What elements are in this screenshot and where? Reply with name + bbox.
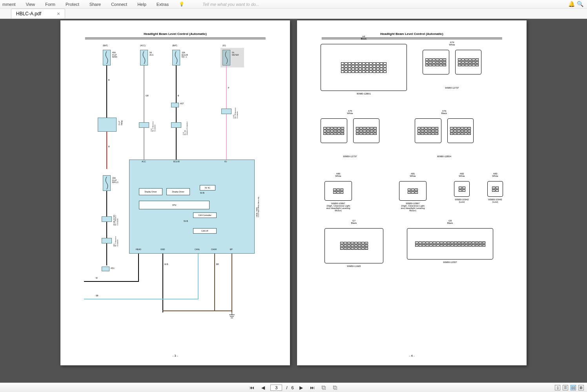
view-mode-2-icon[interactable]: ⿻	[332, 385, 339, 390]
fuse-bat-main	[103, 50, 111, 65]
ecu-side-label: CM(A), CM(B)Combination Meter Assembly	[256, 197, 260, 217]
connector-body: 123456	[324, 181, 352, 201]
relay-label: H-LPRelay	[118, 120, 123, 125]
wire-cyan	[198, 254, 199, 299]
wire	[176, 65, 177, 160]
prev-page-button[interactable]: ◀	[260, 385, 266, 390]
page-input[interactable]	[270, 385, 282, 391]
document-tab[interactable]: HBLC-A.pdf ×	[11, 9, 65, 18]
junction-label: C161No. 2I JunctionConnector	[233, 108, 238, 118]
menu-extras[interactable]: Extras	[157, 2, 169, 7]
last-page-button[interactable]: ⏭	[308, 385, 316, 390]
connector-label: A82White	[454, 172, 470, 177]
wire-brown-h	[162, 310, 232, 311]
wire-brown	[214, 254, 215, 310]
junction-label: C14No. 2 JunctionConnector	[151, 122, 156, 132]
pin-head: HEAD	[136, 249, 141, 251]
wl-gr: GR	[146, 95, 149, 97]
pin-canl: CANL	[195, 249, 200, 251]
tab-row: HBLC-A.pdf ×	[0, 9, 587, 19]
search-icon[interactable]: 🔍	[577, 1, 583, 7]
wire-brown	[232, 254, 232, 312]
wl-p: P	[228, 87, 229, 89]
fuse-ecub	[172, 50, 180, 65]
connector-label: A4Black	[321, 35, 407, 40]
fuse-label: 10AH-LPRH-LO	[112, 177, 118, 184]
notification-icon[interactable]: 🔔	[568, 1, 574, 7]
connector-body: 1234	[487, 181, 503, 197]
connector-label: A75White	[321, 110, 379, 114]
can-if: CAN I/F	[193, 228, 217, 234]
menu-mment[interactable]: mment	[2, 2, 16, 7]
connector-label: A81White	[399, 172, 427, 177]
continuous-icon[interactable]: ☰	[563, 385, 568, 390]
two-page-icon[interactable]: ▯▯	[571, 385, 576, 390]
wire-cyan-h	[84, 299, 199, 299]
menu-help[interactable]: Help	[137, 2, 146, 7]
tell-me-input[interactable]: Tell me what you want to do...	[202, 2, 259, 7]
connector-body: 123456789101112131415161718	[353, 118, 380, 143]
5v-iic: 5V IIC	[200, 185, 215, 191]
ground-icon	[228, 312, 235, 319]
junction-label: C15No. 1BJunction Connector	[183, 122, 188, 135]
pin-gnd: GND	[160, 249, 165, 251]
lightbulb-icon: 💡	[179, 2, 184, 7]
wire	[106, 99, 107, 118]
connector-body: 123456789101112131415161718192021222324	[324, 228, 383, 263]
fuse-top: (ACC)	[140, 45, 146, 47]
view-icons: ▯ ☰ ▯▯ ⊞	[555, 385, 584, 390]
5vb-label: 5V-B	[200, 192, 204, 194]
menu-connect[interactable]: Connect	[111, 2, 127, 7]
5vb-label2: 5V-B	[184, 220, 188, 223]
as7-label: AS7	[180, 103, 184, 105]
wire-white-h	[84, 281, 139, 282]
connector-body: 1234	[454, 181, 470, 197]
connector-partnum: 90980-10897(High, Clearance Light and He…	[324, 202, 352, 212]
document-viewport[interactable]: Headlight Beam Level Control (Automatic)…	[0, 19, 587, 383]
connector-partnum: 90980-12737	[321, 155, 379, 158]
two-continuous-icon[interactable]: ⊞	[578, 385, 584, 390]
page-4: Headlight Beam Level Control (Automatic)…	[297, 20, 527, 365]
side-junc-label: A14(A), A15(B)No. 1 JunctionConnector	[113, 215, 118, 225]
connector-label: A76Black	[415, 110, 474, 114]
connector-label: G7Black	[324, 220, 383, 224]
fuse-top: (BAT)	[103, 45, 108, 47]
connector-label: A74White	[423, 41, 481, 46]
junction-connector	[171, 122, 181, 128]
connector-body: 1234567891011121314151617181920212223242…	[407, 228, 493, 260]
fuse-label: 40AH-LPMAIN	[112, 52, 117, 58]
menu-share[interactable]: Share	[89, 2, 101, 7]
wire-label-sb: SB	[96, 295, 98, 297]
first-page-button[interactable]: ⏮	[248, 385, 256, 390]
wire	[144, 65, 144, 160]
display-driver-2: Display Driver	[166, 188, 190, 195]
pin-ig: IG-	[224, 161, 227, 163]
next-page-button[interactable]: ▶	[298, 385, 304, 390]
single-page-icon[interactable]: ▯	[555, 385, 560, 390]
wire	[106, 65, 107, 99]
connector-partnum: 90980-12B01	[321, 93, 407, 95]
view-mode-1-icon[interactable]: ⿻	[320, 385, 328, 390]
fuse-top: (BAT)	[172, 45, 177, 47]
close-tab-icon[interactable]: ×	[57, 11, 60, 17]
connector-label: G8Black	[407, 220, 493, 224]
page-total: 6	[291, 385, 294, 390]
menu-view[interactable]: View	[26, 2, 35, 7]
display-driver-1: Display Driver	[139, 188, 162, 195]
wire-white	[106, 191, 107, 265]
side-junction	[102, 216, 112, 222]
connector-partnum: 90980-12737	[423, 87, 481, 89]
side-junction	[102, 238, 112, 243]
wl-r: R	[108, 146, 110, 148]
can-controller: CAN Controller	[193, 212, 217, 218]
connector-partnum: 90980-12557	[407, 261, 493, 263]
page-number: - 4 -	[409, 354, 414, 358]
menu-form[interactable]: Form	[45, 2, 55, 7]
wire-red	[106, 132, 107, 169]
junction-connector	[139, 122, 149, 128]
wl-wb: W-B	[164, 263, 168, 266]
connector-body: 123456789101112131415161718	[321, 118, 347, 143]
menu-protect[interactable]: Protect	[66, 2, 79, 7]
pin-ep: EP	[230, 249, 233, 251]
pin-ecub: ECU-B	[173, 161, 180, 163]
